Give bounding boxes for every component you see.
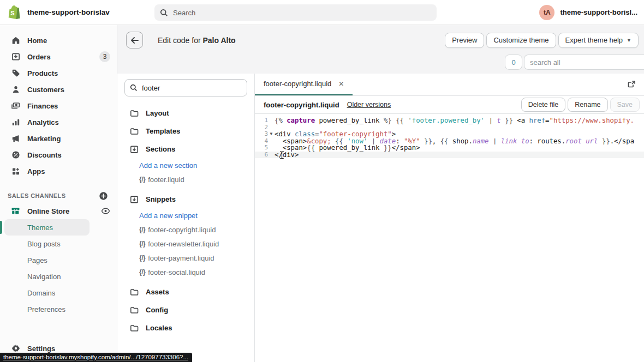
sidebar-item-finances[interactable]: Finances (0, 98, 117, 114)
global-search-input[interactable]: Search (154, 4, 437, 21)
bar-chart-icon (11, 118, 20, 126)
theme-name: Palo Alto (203, 36, 236, 45)
sidebar-item-navigation[interactable]: Navigation (0, 268, 117, 285)
orders-count-badge: 3 (99, 51, 110, 62)
file-footer-payment-liquid[interactable]: {/} footer-payment.liquid (117, 251, 254, 265)
add-new-section-link[interactable]: Add a new section (117, 158, 254, 172)
customize-theme-button[interactable]: Customize theme (486, 33, 556, 48)
tag-icon (11, 69, 20, 77)
link-status-tooltip: theme-support-borislav.myshopify.com/adm… (0, 353, 192, 362)
editor-tab-bar: footer-copyright.liquid ✕ (255, 74, 644, 96)
online-store-icon (11, 207, 20, 215)
sidebar-item-customers[interactable]: Customers (0, 81, 117, 98)
search-all-input[interactable] (524, 55, 644, 70)
file-footer-social-liquid[interactable]: {/} footer-social.liquid (117, 265, 254, 279)
folder-templates[interactable]: Templates (117, 122, 254, 140)
shopify-logo-icon: S (8, 5, 21, 20)
code-line[interactable]: 6</div> (255, 152, 644, 159)
back-button[interactable] (126, 32, 143, 49)
avatar[interactable]: tA (539, 5, 554, 20)
global-search-placeholder: Search (173, 9, 195, 17)
sidebar-item-domains[interactable]: Domains (0, 285, 117, 301)
folder-open-icon (130, 145, 139, 154)
topbar: S theme-support-borislav Search tA theme… (0, 0, 644, 25)
code-line[interactable]: 2 (255, 124, 644, 131)
home-icon (11, 36, 20, 45)
file-search-box[interactable] (124, 79, 247, 96)
sidebar-item-products[interactable]: Products (0, 65, 117, 81)
expert-theme-help-button[interactable]: Expert theme help ▼ (558, 33, 639, 48)
code-text: <span>&copy; {{ 'now' | date: "%Y" }}, {… (275, 138, 644, 145)
older-versions-link[interactable]: Older versions (347, 101, 391, 108)
sidebar-item-online-store[interactable]: Online Store (0, 203, 117, 219)
tab-footer-copyright-liquid[interactable]: footer-copyright.liquid ✕ (255, 74, 353, 95)
view-store-eye-icon[interactable] (101, 207, 110, 215)
fold-spacer (268, 138, 275, 145)
add-sales-channel-button[interactable] (99, 191, 108, 201)
folder-icon (130, 109, 139, 117)
folder-icon (130, 127, 139, 135)
file-footer-liquid[interactable]: {/} footer.liquid (117, 172, 254, 186)
fold-spacer (268, 117, 275, 124)
delete-file-button[interactable]: Delete file (521, 98, 566, 112)
editor-filename: footer-copyright.liquid (264, 101, 339, 109)
folder-open-icon (130, 195, 139, 204)
folder-icon (130, 288, 139, 296)
sidebar-item-marketing[interactable]: Marketing (0, 130, 117, 147)
file-footer-copyright-liquid[interactable]: {/} footer-copyright.liquid (117, 222, 254, 237)
file-browser: Layout Templates (117, 74, 255, 362)
cash-icon (11, 101, 20, 110)
fold-spacer (268, 124, 275, 131)
code-text: </div> (275, 152, 644, 159)
sidebar-item-preferences[interactable]: Preferences (0, 301, 117, 317)
liquid-file-icon: {/} (139, 268, 145, 276)
file-search-input[interactable] (142, 84, 235, 92)
code-line[interactable]: 5 <span>{{ powered_by_link }}</span> (255, 144, 644, 152)
file-footer-newsletter-liquid[interactable]: {/} footer-newsletter.liquid (117, 237, 254, 251)
folder-sections[interactable]: Sections (117, 140, 254, 158)
discount-icon (11, 150, 20, 159)
liquid-file-icon: {/} (139, 226, 145, 233)
gear-icon (11, 344, 20, 353)
sidebar-item-pages[interactable]: Pages (0, 252, 117, 268)
folder-icon (130, 324, 139, 332)
folder-assets[interactable]: Assets (117, 283, 254, 301)
line-number: 6 (255, 152, 268, 159)
folder-locales[interactable]: Locales (117, 319, 254, 337)
user-name: theme-support-borisl... (560, 8, 637, 16)
text-cursor-icon (279, 151, 284, 159)
folder-layout[interactable]: Layout (117, 104, 254, 122)
liquid-file-icon: {/} (139, 240, 145, 248)
sidebar-item-orders[interactable]: Orders 3 (0, 49, 117, 65)
apps-grid-icon (11, 167, 20, 176)
sidebar-item-apps[interactable]: Apps (0, 163, 117, 179)
fold-arrow-icon[interactable]: ▼ (268, 131, 275, 138)
page-header: Edit code for Palo Alto Preview Customiz… (117, 25, 644, 74)
user-menu[interactable]: tA theme-support-borisl... (539, 5, 637, 20)
fullscreen-expand-icon[interactable] (627, 80, 636, 89)
folder-config[interactable]: Config (117, 301, 254, 319)
close-tab-icon[interactable]: ✕ (338, 80, 344, 88)
rename-button[interactable]: Rename (568, 98, 607, 112)
back-arrow-icon (130, 37, 139, 44)
code-area[interactable]: 1{% capture powered_by_link %} {{ 'foote… (255, 114, 644, 362)
fold-spacer (268, 144, 275, 152)
code-line[interactable]: 4 <span>&copy; {{ 'now' | date: "%Y" }},… (255, 138, 644, 145)
add-new-snippet-link[interactable]: Add a new snippet (117, 208, 254, 222)
page-title: Edit code for Palo Alto (158, 36, 236, 45)
folder-snippets[interactable]: Snippets (117, 190, 254, 208)
sidebar-item-discounts[interactable]: Discounts (0, 147, 117, 163)
sidebar-item-home[interactable]: Home (0, 32, 117, 49)
sidebar-item-blog-posts[interactable]: Blog posts (0, 236, 117, 252)
save-button[interactable]: Save (610, 98, 640, 112)
orders-icon (11, 52, 20, 61)
sidebar-item-analytics[interactable]: Analytics (0, 114, 117, 130)
code-line[interactable]: 3▼<div class="footer-copyright"> (255, 131, 644, 138)
sidebar-item-themes[interactable]: Themes (4, 219, 90, 236)
search-icon (130, 84, 138, 92)
sales-channels-header: SALES CHANNELS (0, 189, 117, 203)
liquid-file-icon: {/} (139, 176, 145, 183)
preview-button[interactable]: Preview (445, 33, 484, 48)
code-line[interactable]: 1{% capture powered_by_link %} {{ 'foote… (255, 117, 644, 124)
search-icon (160, 9, 168, 17)
